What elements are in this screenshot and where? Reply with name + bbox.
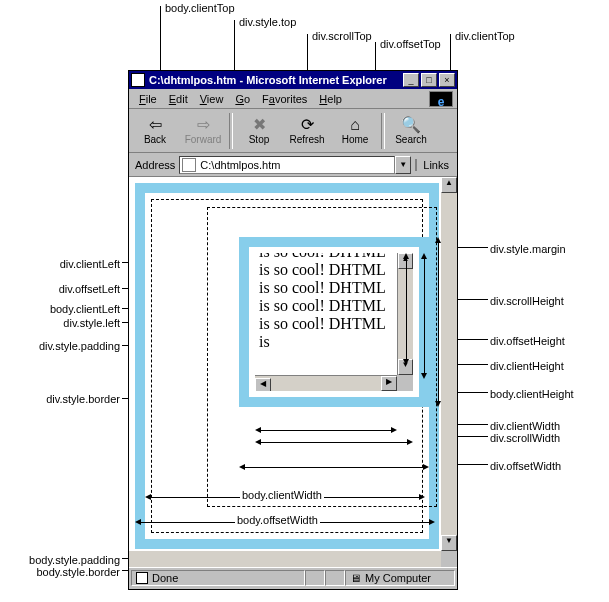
dim-div-scrollWidth xyxy=(255,437,413,447)
label-div-offsetHeight: div.offsetHeight xyxy=(490,335,565,347)
status-zone-text: My Computer xyxy=(365,572,431,584)
status-zone-pane: 🖥 My Computer xyxy=(345,570,455,586)
scrollbar-corner xyxy=(397,375,413,391)
ie-logo-icon: e xyxy=(429,91,453,107)
refresh-icon: ⟳ xyxy=(301,116,314,134)
address-value: C:\dhtmlpos.htm xyxy=(200,159,280,171)
address-dropdown[interactable]: ▼ xyxy=(395,156,411,174)
label-div-offsetTop: div.offsetTop xyxy=(380,38,441,50)
stop-button[interactable]: ✖Stop xyxy=(235,111,283,151)
forward-button[interactable]: ⇨Forward xyxy=(179,111,227,151)
back-arrow-icon: ⇦ xyxy=(149,116,162,134)
address-label: Address xyxy=(131,159,179,171)
content-area: is so cool! DHTML is so cool! DHTML is s… xyxy=(129,177,457,567)
scroll-left-button[interactable]: ◀ xyxy=(255,378,271,391)
dim-body-clientWidth: body.clientWidth xyxy=(145,492,425,502)
close-button[interactable]: × xyxy=(439,73,455,87)
minimize-button[interactable]: _ xyxy=(403,73,419,87)
dim-div-scrollHeight xyxy=(419,253,429,379)
page-icon xyxy=(182,158,196,172)
div-client: is so cool! DHTML is so cool! DHTML is s… xyxy=(255,253,413,391)
maximize-button[interactable]: □ xyxy=(421,73,437,87)
back-button[interactable]: ⇦Back xyxy=(131,111,179,151)
scroll-down-button[interactable]: ▼ xyxy=(441,535,457,551)
label-div-style-margin: div.style.margin xyxy=(490,243,566,255)
label-div-style-top: div.style.top xyxy=(239,16,296,28)
toolbar: ⇦Back ⇨Forward ✖Stop ⟳Refresh ⌂Home 🔍Sea… xyxy=(129,109,457,153)
label-div-clientTop: div.clientTop xyxy=(455,30,515,42)
scroll-right-button[interactable]: ▶ xyxy=(381,376,397,391)
dim-body-offsetWidth: body.offsetWidth xyxy=(135,517,435,527)
window-icon xyxy=(131,73,145,87)
title-bar: C:\dhtmlpos.htm - Microsoft Internet Exp… xyxy=(129,71,457,89)
browser-window: C:\dhtmlpos.htm - Microsoft Internet Exp… xyxy=(128,70,458,590)
label-body-clientTop: body.clientTop xyxy=(165,2,235,14)
address-input[interactable]: C:\dhtmlpos.htm xyxy=(179,156,395,174)
window-title: C:\dhtmlpos.htm - Microsoft Internet Exp… xyxy=(149,74,401,86)
menu-file[interactable]: File xyxy=(133,91,163,107)
toolbar-separator xyxy=(381,113,385,149)
label-div-clientHeight: div.clientHeight xyxy=(490,360,564,372)
stop-icon: ✖ xyxy=(253,116,266,134)
page-icon xyxy=(136,572,148,584)
toolbar-separator xyxy=(229,113,233,149)
label-body-style-padding: body.style.padding xyxy=(14,554,120,566)
body-scrollbar-vertical[interactable]: ▲ ▼ xyxy=(441,177,457,551)
dim-div-clientWidth xyxy=(255,425,397,435)
computer-icon: 🖥 xyxy=(350,572,361,584)
label-div-offsetWidth: div.offsetWidth xyxy=(490,460,561,472)
home-button[interactable]: ⌂Home xyxy=(331,111,379,151)
scrollbar-corner xyxy=(441,551,457,567)
search-button[interactable]: 🔍Search xyxy=(387,111,435,151)
label-body-clientHeight: body.clientHeight xyxy=(490,388,574,400)
menu-bar: File Edit View Go Favorites Help e xyxy=(129,89,457,109)
div-scrollbar-horizontal[interactable]: ◀ ▶ xyxy=(255,375,413,391)
label-div-style-left: div.style.left xyxy=(56,317,120,329)
menu-help[interactable]: Help xyxy=(313,91,348,107)
label-div-offsetLeft: div.offsetLeft xyxy=(48,283,120,295)
status-bar: Done 🖥 My Computer xyxy=(129,567,457,587)
label-div-clientWidth: div.clientWidth xyxy=(490,420,560,432)
forward-arrow-icon: ⇨ xyxy=(197,116,210,134)
home-icon: ⌂ xyxy=(350,116,360,134)
status-done-pane: Done xyxy=(131,570,305,586)
status-done-text: Done xyxy=(152,572,178,584)
menu-go[interactable]: Go xyxy=(229,91,256,107)
label-div-scrollWidth: div.scrollWidth xyxy=(490,432,560,444)
div-text-content: is so cool! DHTML is so cool! DHTML is s… xyxy=(259,253,393,351)
label-body-clientLeft: body.clientLeft xyxy=(36,303,120,315)
status-pane xyxy=(325,570,345,586)
menu-favorites[interactable]: Favorites xyxy=(256,91,313,107)
status-pane xyxy=(305,570,325,586)
label-body-style-border: body.style.border xyxy=(18,566,120,578)
menu-view[interactable]: View xyxy=(194,91,230,107)
address-bar: Address C:\dhtmlpos.htm ▼ Links xyxy=(129,153,457,177)
label-div-style-padding: div.style.padding xyxy=(30,340,120,352)
refresh-button[interactable]: ⟳Refresh xyxy=(283,111,331,151)
scroll-up-button[interactable]: ▲ xyxy=(441,177,457,193)
dim-div-offsetWidth xyxy=(239,462,429,472)
dim-div-clientHeight xyxy=(401,253,411,365)
label-div-style-border: div.style.border xyxy=(40,393,120,405)
label-div-scrollTop: div.scrollTop xyxy=(312,30,372,42)
label-div-scrollHeight: div.scrollHeight xyxy=(490,295,564,307)
menu-edit[interactable]: Edit xyxy=(163,91,194,107)
body-scrollbar-horizontal[interactable] xyxy=(129,551,457,567)
search-icon: 🔍 xyxy=(401,116,421,134)
label-div-clientLeft: div.clientLeft xyxy=(48,258,120,270)
links-label[interactable]: Links xyxy=(415,159,455,171)
